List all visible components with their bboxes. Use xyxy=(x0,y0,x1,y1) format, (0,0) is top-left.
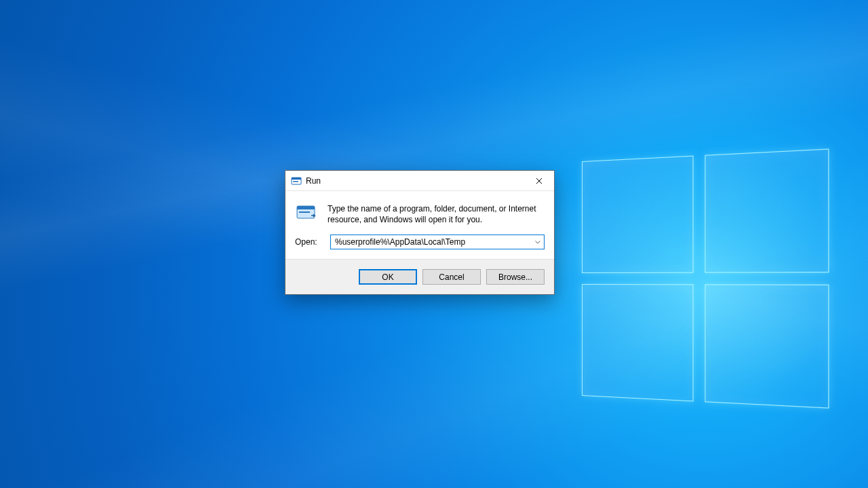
dialog-description: Type the name of a program, folder, docu… xyxy=(328,202,545,225)
run-folder-icon xyxy=(295,202,318,222)
close-icon xyxy=(536,178,542,184)
chevron-down-icon xyxy=(535,241,540,244)
svg-rect-2 xyxy=(293,181,298,182)
svg-rect-5 xyxy=(299,211,310,213)
svg-rect-4 xyxy=(297,206,315,209)
windows-logo-pane xyxy=(705,284,829,408)
combobox-dropdown-button[interactable] xyxy=(532,235,544,249)
dialog-title: Run xyxy=(306,176,321,186)
windows-logo-pane xyxy=(582,156,694,273)
dialog-body: Type the name of a program, folder, docu… xyxy=(285,191,554,259)
run-app-icon xyxy=(291,176,302,186)
ok-button[interactable]: OK xyxy=(359,269,417,285)
titlebar[interactable]: Run xyxy=(285,171,554,191)
run-dialog: Run Type the name of a program, folder, … xyxy=(285,170,555,295)
windows-logo-pane xyxy=(582,284,694,401)
close-button[interactable] xyxy=(524,171,554,191)
cancel-button[interactable]: Cancel xyxy=(422,269,481,285)
windows-logo-pane xyxy=(705,148,829,272)
open-label: Open: xyxy=(295,237,322,247)
dialog-button-strip: OK Cancel Browse... xyxy=(285,259,554,294)
open-combobox[interactable] xyxy=(330,235,545,249)
windows-logo xyxy=(582,148,829,408)
open-input[interactable] xyxy=(331,235,532,249)
browse-button[interactable]: Browse... xyxy=(486,269,545,285)
svg-rect-1 xyxy=(292,178,301,180)
